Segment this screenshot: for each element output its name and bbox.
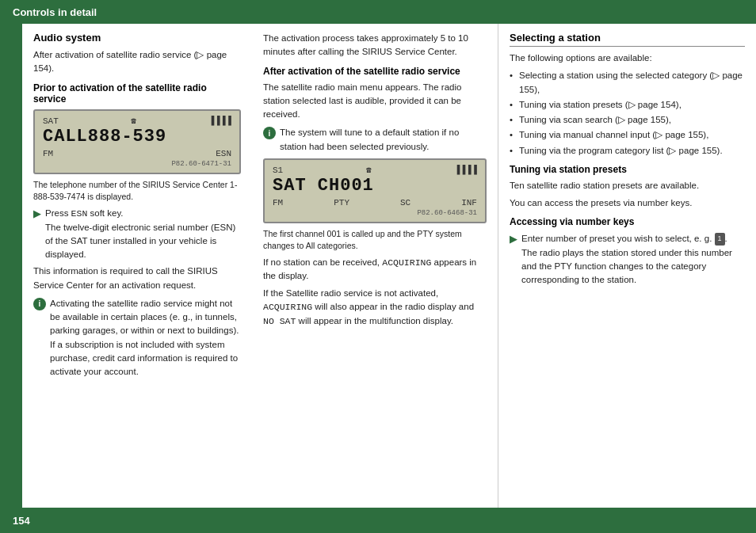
- left-column: Audio system After activation of satelli…: [22, 24, 252, 508]
- screen2-big-text: SAT CH001: [273, 176, 477, 196]
- screen1-part-number: P82.60-6471-31: [43, 160, 231, 168]
- after-activation-text: The satellite radio main menu appears. T…: [263, 81, 487, 122]
- right-column: Selecting a station The following option…: [498, 24, 756, 508]
- screen2-signal: ▐▐▐▐: [454, 165, 477, 176]
- selecting-station-title: Selecting a station: [510, 32, 745, 47]
- arrow-icon2: ▶: [510, 233, 517, 245]
- page-header: Controls in detail: [0, 0, 756, 24]
- screen2-part-number: P82.60-6468-31: [273, 209, 477, 217]
- page-footer: 154: [0, 508, 756, 533]
- activation-time-text: The activation process takes approximate…: [263, 32, 487, 59]
- info-circle-icon2: i: [263, 127, 276, 139]
- screen2-s1: S1: [273, 166, 283, 175]
- screen1-sat-label: SAT: [43, 116, 59, 126]
- screen2-caption: The first channel 001 is called up and t…: [263, 228, 487, 251]
- screen2-phone-icon: ☎: [366, 165, 372, 175]
- info-block-activating: i Activating the satellite radio service…: [33, 297, 241, 379]
- info-block-default-station: i The system will tune to a default stat…: [263, 126, 487, 154]
- mid-column: The activation process takes approximate…: [252, 24, 498, 508]
- arrow-icon: ▶: [33, 207, 41, 219]
- subheading-tuning-presets: Tuning via station presets: [510, 164, 745, 175]
- subheading-after-activation: After activation of the satellite radio …: [263, 66, 487, 77]
- page-number: 154: [13, 515, 30, 527]
- header-title: Controls in detail: [13, 6, 97, 18]
- screen1-big-text: CALL888-539: [43, 127, 231, 147]
- info-circle-icon: i: [33, 298, 46, 310]
- screen1-phone-icon: ☎: [131, 116, 136, 126]
- presets-text2: You can access the presets via number ke…: [510, 196, 745, 210]
- sidebar-bar: [0, 24, 22, 508]
- info-required-text: This information is required to call the…: [33, 265, 241, 292]
- bullet-item-5: Tuning via the program category list (▷ …: [510, 144, 745, 158]
- no-sat-text: If the Satellite radio service is not ac…: [263, 287, 487, 328]
- info-activating-text: Activating the satellite radio service m…: [50, 297, 241, 379]
- audio-system-title: Audio system: [33, 32, 241, 44]
- screen2-pty: PTY: [334, 198, 349, 207]
- screen-after-activation: S1 ☎ ▐▐▐▐ SAT CH001 FM PTY SC INF P82.60…: [263, 158, 487, 223]
- screen2-sc: SC: [400, 198, 410, 207]
- bullet-item-1: Selecting a station using the selected c…: [510, 69, 745, 97]
- arrow-number-text: Enter number of preset you wish to selec…: [521, 232, 745, 287]
- screen2-inf: INF: [461, 198, 477, 207]
- screen1-caption: The telephone number of the SIRIUS Servi…: [33, 179, 241, 202]
- options-list: Selecting a station using the selected c…: [510, 69, 745, 158]
- screen-prior-activation: SAT ☎ ▐▐▐▐ CALL888-539 FM ESN P82.60-647…: [33, 109, 241, 174]
- arrow-enter-number: ▶ Enter number of preset you wish to sel…: [510, 232, 745, 287]
- bullet-item-4: Tuning via manual channel input (▷ page …: [510, 128, 745, 142]
- bullet-item-2: Tuning via station presets (▷ page 154),: [510, 98, 745, 112]
- screen1-fm: FM: [43, 149, 53, 158]
- screen1-signal: ▐▐▐▐: [208, 116, 231, 127]
- screen1-esn: ESN: [216, 149, 231, 158]
- bullet-item-3: Tuning via scan search (▷ page 155),: [510, 113, 745, 127]
- following-options-text: The following options are available:: [510, 51, 745, 65]
- arrow-press-esn: ▶ Press ESN soft key.The twelve-digit el…: [33, 207, 241, 261]
- info-default-station-text: The system will tune to a default statio…: [280, 126, 487, 154]
- subheading-prior-activation: Prior to activation of the satellite rad…: [33, 82, 241, 105]
- acquiring-text: If no station can be received, ACQUIRING…: [263, 256, 487, 284]
- presets-text1: Ten satellite radio station presets are …: [510, 179, 745, 192]
- arrow-esn-text: Press ESN soft key.The twelve-digit elec…: [45, 207, 241, 261]
- subheading-accessing-keys: Accessing via number keys: [510, 216, 745, 227]
- intro-text: After activation of satellite radio serv…: [33, 48, 241, 76]
- screen2-fm: FM: [273, 198, 283, 207]
- number-key-example: 1: [715, 233, 725, 246]
